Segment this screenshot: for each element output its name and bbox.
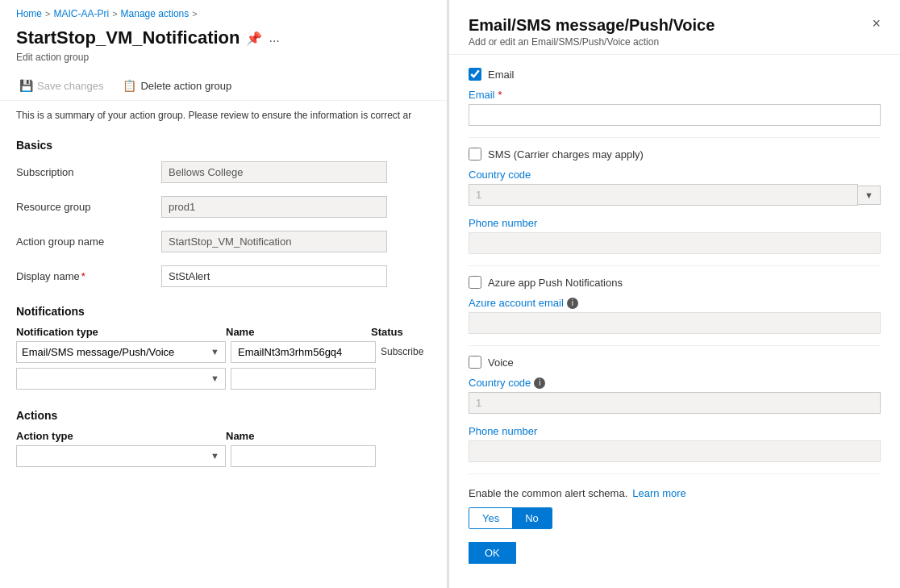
push-option-label: Azure app Push Notifications	[488, 277, 623, 289]
breadcrumb-sep1: >	[45, 9, 50, 19]
notification-row-1: ▼	[16, 368, 431, 390]
save-icon: 💾	[19, 79, 33, 92]
breadcrumb-manage-actions[interactable]: Manage actions	[121, 8, 190, 19]
display-name-required: *	[81, 270, 85, 282]
actions-section: Actions Action type Name ▼	[0, 398, 447, 475]
email-option-row: Email	[469, 68, 881, 81]
subscription-input[interactable]	[161, 161, 387, 183]
notification-type-select-1[interactable]	[16, 368, 226, 390]
page-title: StartStop_VM_Notification	[16, 27, 240, 48]
voice-info-icon[interactable]: i	[534, 377, 545, 389]
notification-name-input-0[interactable]	[231, 341, 376, 363]
country-code-dropdown-row: ▼	[469, 184, 881, 206]
col-name: Name	[226, 326, 371, 338]
notification-name-input-1[interactable]	[231, 368, 376, 390]
action-type-select-wrapper-0: ▼	[16, 445, 226, 467]
action-type-select-0[interactable]	[16, 445, 226, 467]
col-status: Status	[371, 326, 435, 338]
sms-checkbox[interactable]	[469, 148, 481, 161]
sms-option-label: SMS (Carrier charges may apply)	[488, 148, 644, 161]
actions-table-header: Action type Name	[16, 430, 431, 445]
divider-1	[469, 137, 881, 138]
info-banner: This is a summary of your action group. …	[16, 109, 431, 123]
subscription-value	[161, 155, 431, 190]
breadcrumb: Home > MAIC-AA-Pri > Manage actions >	[0, 0, 447, 24]
breadcrumb-home[interactable]: Home	[16, 8, 42, 19]
action-name-input-0[interactable]	[231, 445, 376, 467]
voice-option-row: Voice	[469, 356, 881, 369]
voice-checkbox[interactable]	[469, 356, 481, 369]
resource-group-value	[161, 190, 431, 224]
notification-status-0: Subscribe	[381, 346, 445, 357]
pin-icon[interactable]: 📌	[246, 31, 262, 46]
delete-icon: 📋	[123, 79, 136, 92]
notification-type-select-wrapper-1: ▼	[16, 368, 226, 390]
resource-group-input[interactable]	[161, 196, 387, 218]
push-checkbox[interactable]	[469, 276, 481, 289]
toggle-group: Yes No	[469, 507, 552, 529]
country-code-input[interactable]	[469, 184, 858, 206]
azure-account-email-label: Azure account email i	[469, 297, 881, 309]
action-group-name-value	[161, 224, 431, 259]
page-subtitle: Edit action group	[0, 50, 447, 71]
display-name-value	[161, 259, 431, 294]
close-panel-button[interactable]: ×	[872, 16, 881, 31]
notification-type-select-wrapper-0: Email/SMS message/Push/Voice ▼	[16, 341, 226, 363]
voice-country-code-dropdown-row	[469, 392, 881, 414]
col-action-name: Name	[226, 430, 371, 442]
divider-4	[469, 473, 881, 474]
delete-action-group-button[interactable]: 📋 Delete action group	[119, 76, 235, 95]
basics-form: Subscription Resource group Action group…	[0, 155, 447, 294]
country-code-field-group: Country code ▼	[469, 169, 881, 206]
display-name-input[interactable]	[161, 265, 387, 287]
voice-phone-input[interactable]	[469, 440, 881, 462]
actions-label: Actions	[16, 409, 431, 422]
voice-country-code-input[interactable]	[469, 392, 881, 414]
action-group-name-input[interactable]	[161, 231, 387, 252]
more-options-icon[interactable]: ...	[269, 31, 279, 45]
toggle-no-button[interactable]: No	[512, 508, 552, 528]
push-info-icon[interactable]: i	[567, 298, 578, 309]
panel-title: Email/SMS message/Push/Voice	[469, 16, 715, 35]
notification-type-select-0[interactable]: Email/SMS message/Push/Voice	[16, 341, 226, 363]
action-group-name-label: Action group name	[16, 224, 161, 259]
azure-email-field-group: Azure account email i	[469, 297, 881, 334]
breadcrumb-maic[interactable]: MAIC-AA-Pri	[53, 8, 109, 19]
email-field-label: Email *	[469, 89, 881, 101]
azure-account-email-input[interactable]	[469, 312, 881, 334]
country-code-label: Country code	[469, 169, 881, 181]
breadcrumb-sep3: >	[192, 9, 197, 19]
voice-country-code-label: Country code i	[469, 377, 881, 389]
col-action-type: Action type	[16, 430, 226, 442]
action-row-0: ▼	[16, 445, 431, 467]
panel-subtitle: Add or edit an Email/SMS/Push/Voice acti…	[469, 36, 715, 48]
email-input[interactable]	[469, 104, 881, 126]
basics-label: Basics	[0, 131, 447, 155]
ok-button[interactable]: OK	[469, 542, 516, 564]
panel-header: Email/SMS message/Push/Voice Add or edit…	[449, 0, 900, 55]
learn-more-link[interactable]: Learn more	[632, 487, 685, 499]
voice-phone-label: Phone number	[469, 425, 881, 437]
breadcrumb-sep2: >	[112, 9, 117, 19]
voice-phone-field-group: Phone number	[469, 425, 881, 462]
delete-label: Delete action group	[140, 80, 231, 92]
email-field-group: Email *	[469, 89, 881, 126]
email-required-marker: *	[498, 89, 502, 101]
sms-phone-input[interactable]	[469, 232, 881, 254]
notification-row-0: Email/SMS message/Push/Voice ▼ Subscribe	[16, 341, 431, 363]
col-notification-type: Notification type	[16, 326, 226, 338]
schema-row: Enable the common alert schema. Learn mo…	[469, 487, 881, 499]
country-code-chevron-icon[interactable]: ▼	[858, 186, 881, 205]
notifications-table-header: Notification type Name Status	[16, 326, 431, 341]
save-changes-button[interactable]: 💾 Save changes	[16, 76, 106, 95]
sms-phone-field-group: Phone number	[469, 217, 881, 254]
panel-body: Email Email * SMS (Carrier charges may a…	[449, 55, 900, 577]
toggle-yes-button[interactable]: Yes	[469, 508, 512, 528]
divider-3	[469, 345, 881, 346]
right-panel: Email/SMS message/Push/Voice Add or edit…	[448, 0, 900, 588]
sms-phone-label: Phone number	[469, 217, 881, 229]
divider-2	[469, 265, 881, 266]
schema-text: Enable the common alert schema.	[469, 487, 627, 499]
toolbar: 💾 Save changes 📋 Delete action group	[0, 71, 447, 101]
email-checkbox[interactable]	[469, 68, 481, 81]
